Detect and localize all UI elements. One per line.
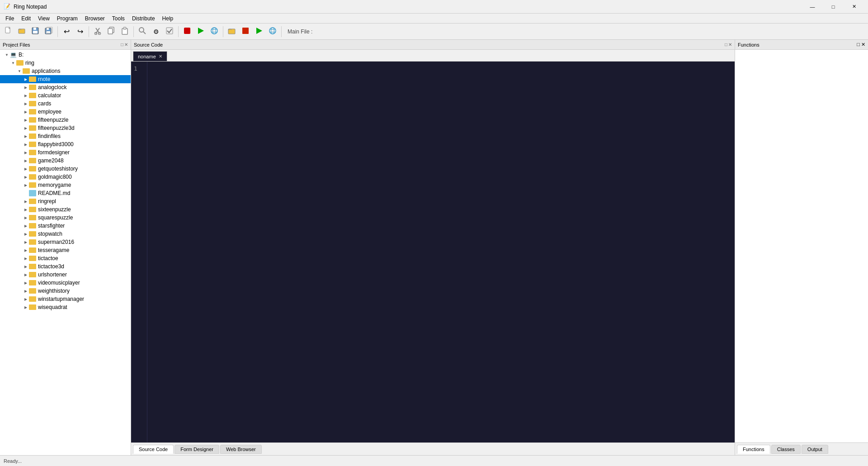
tree-item-readme[interactable]: ▶ README.md [0,189,131,197]
redo-button[interactable]: ↪ [74,25,86,38]
tab-output[interactable]: Output [802,445,828,454]
panel-float-icon[interactable]: □ [121,42,123,47]
menu-program[interactable]: Program [53,14,81,23]
menu-view[interactable]: View [34,14,53,23]
tree-item-memorygame[interactable]: ▶ memorygame [0,181,131,189]
tree-item-findinfiles[interactable]: ▶ findinfiles [0,132,131,140]
tree-item-cards[interactable]: ▶ cards [0,100,131,108]
tab-functions[interactable]: Functions [737,445,770,454]
find-button[interactable] [136,25,149,38]
tree-item-starsfighter[interactable]: ▶ starsfighter [0,222,131,230]
menu-file[interactable]: File [2,14,18,23]
menu-browser[interactable]: Browser [81,14,108,23]
tree-item-videomusicplayer[interactable]: ▶ videomusicplayer [0,279,131,287]
tree-item-game2048[interactable]: ▶ game2048 [0,157,131,165]
file-tree: ▼ 💻 B: ▼ ring ▼ applications ▶ rnote [0,50,131,455]
panel-close-icon[interactable]: ✕ [861,42,865,47]
save-button[interactable] [29,25,42,38]
folder-icon [29,256,36,261]
paste-button[interactable] [118,25,131,38]
functions-content [735,50,868,442]
web2-button[interactable] [266,25,279,38]
tree-arrow: ▶ [23,198,29,204]
functions-title: Functions [738,42,760,48]
open-folder2-button[interactable] [226,25,238,38]
panel-close-icon[interactable]: ✕ [124,42,128,47]
tree-item-superman2016[interactable]: ▶ superman2016 [0,238,131,246]
tree-label: fifteenpuzzle3d [38,125,75,131]
sep5 [223,26,223,37]
tree-item-squarespuzzle[interactable]: ▶ squarespuzzle [0,214,131,222]
maximize-button[interactable]: □ [823,0,844,14]
panel-float-icon[interactable]: □ [725,42,727,47]
minimize-button[interactable]: — [802,0,823,14]
tree-label: tictactoe [38,255,58,262]
tree-arrow: ▶ [23,263,29,270]
save-all-button[interactable] [42,25,55,38]
tree-arrow: ▶ [23,125,29,131]
settings-button[interactable]: ⚙ [150,25,162,38]
editor-area[interactable]: 1 [131,62,735,442]
tree-item-urlshortener[interactable]: ▶ urlshortener [0,271,131,279]
check-button[interactable] [163,25,176,38]
tab-form-designer[interactable]: Form Designer [175,445,219,454]
close-button[interactable]: ✕ [844,0,864,14]
tree-item-fifteenpuzzle[interactable]: ▶ fifteenpuzzle [0,116,131,124]
tree-item-sixteenpuzzle[interactable]: ▶ sixteenpuzzle [0,205,131,214]
tab-web-browser[interactable]: Web Browser [220,445,262,454]
tab-functions-label: Functions [743,447,764,452]
tree-arrow: ▶ [23,288,29,294]
tree-item-applications[interactable]: ▼ applications [0,67,131,75]
tree-item-weighthistory[interactable]: ▶ weighthistory [0,287,131,295]
tree-label: urlshortener [38,271,67,278]
run-button[interactable] [194,25,207,38]
tree-item-tesseragame[interactable]: ▶ tesseragame [0,246,131,254]
menu-help[interactable]: Help [159,14,177,23]
tree-label: tesseragame [38,247,69,253]
menu-distribute[interactable]: Distribute [128,14,159,23]
tree-item-winstartupmanager[interactable]: ▶ winstartupmanager [0,295,131,303]
tree-item-tictactoe3d[interactable]: ▶ tictactoe3d [0,262,131,271]
tree-label: employee [38,109,61,115]
new-file-button[interactable] [2,25,14,38]
tree-item-employee[interactable]: ▶ employee [0,108,131,116]
panel-close-icon[interactable]: ✕ [728,42,732,47]
tree-item-ring[interactable]: ▼ ring [0,59,131,67]
source-code-title: Source Code [134,42,163,48]
panel-float-icon[interactable]: □ [857,42,860,47]
tree-label: wisequadrat [38,304,67,310]
tree-item-stopwatch[interactable]: ▶ stopwatch [0,230,131,238]
tab-close-icon[interactable]: ✕ [159,54,162,59]
menu-edit[interactable]: Edit [18,14,34,23]
tree-label: ringrepl [38,198,56,204]
save-all-icon [45,27,53,36]
tree-label: videomusicplayer [38,280,80,286]
stop-button[interactable] [181,25,193,38]
tree-item-goldmagic800[interactable]: ▶ goldmagic800 [0,173,131,181]
tab-classes[interactable]: Classes [771,445,801,454]
deploy-button[interactable] [239,25,252,38]
tree-item-rnote[interactable]: ▶ rnote [0,75,131,83]
tree-item-analogclock[interactable]: ▶ analogclock [0,83,131,91]
editor-content[interactable] [147,62,735,442]
tree-item-b-drive[interactable]: ▼ 💻 B: [0,51,131,59]
cut-button[interactable] [91,25,104,38]
tree-item-flappybird3000[interactable]: ▶ flappybird3000 [0,140,131,148]
browser-button[interactable] [208,25,221,38]
folder-icon [29,247,36,253]
tab-noname[interactable]: noname ✕ [133,51,167,61]
undo-button[interactable]: ↩ [60,25,73,38]
tree-item-formdesigner[interactable]: ▶ formdesigner [0,148,131,157]
tree-item-fifteenpuzzle3d[interactable]: ▶ fifteenpuzzle3d [0,124,131,132]
tree-item-ringrepl[interactable]: ▶ ringrepl [0,197,131,205]
open-button[interactable] [15,25,28,38]
tree-item-tictactoe[interactable]: ▶ tictactoe [0,254,131,262]
tree-item-calculator[interactable]: ▶ calculator [0,91,131,100]
folder-icon [29,207,36,212]
menu-tools[interactable]: Tools [108,14,128,23]
tab-source-code[interactable]: Source Code [133,445,174,454]
run2-button[interactable] [253,25,265,38]
tree-item-wisequadrat[interactable]: ▶ wisequadrat [0,303,131,311]
copy-button[interactable] [105,25,118,38]
tree-item-getquoteshistory[interactable]: ▶ getquoteshistory [0,165,131,173]
